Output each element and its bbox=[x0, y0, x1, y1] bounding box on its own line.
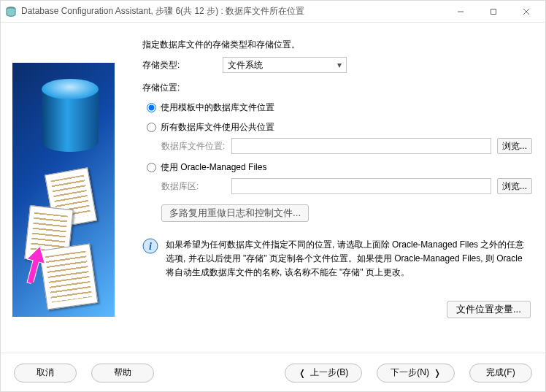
wizard-illustration bbox=[12, 63, 115, 317]
radio-omf[interactable]: 使用 Oracle-Managed Files bbox=[145, 161, 532, 174]
info-text: 如果希望为任何数据库文件指定不同的位置, 请选取上面除 Oracle-Manag… bbox=[166, 238, 532, 280]
db-file-location-input bbox=[231, 138, 491, 154]
radio-common-location-label: 所有数据库文件使用公共位置 bbox=[161, 121, 274, 134]
chevron-down-icon: ▾ bbox=[337, 60, 342, 70]
file-location-variables-button[interactable]: 文件位置变量... bbox=[447, 301, 531, 318]
storage-type-value: 文件系统 bbox=[228, 59, 263, 72]
help-button[interactable]: 帮助 bbox=[91, 364, 154, 383]
multiplex-button: 多路复用重做日志和控制文件... bbox=[161, 204, 309, 222]
svg-text:i: i bbox=[149, 241, 152, 252]
app-icon bbox=[5, 6, 17, 18]
info-icon: i bbox=[142, 238, 158, 254]
minimize-button[interactable] bbox=[444, 1, 477, 22]
next-button-label: 下一步(N) bbox=[391, 366, 429, 379]
finish-button[interactable]: 完成(F) bbox=[469, 364, 532, 383]
maximize-button[interactable] bbox=[477, 1, 510, 22]
db-area-input bbox=[231, 178, 491, 194]
cancel-button[interactable]: 取消 bbox=[14, 364, 77, 383]
wizard-footer: 取消 帮助 ❬上一步(B) 下一步(N)❭ 完成(F) bbox=[1, 353, 545, 392]
radio-use-template-input[interactable] bbox=[147, 103, 156, 112]
close-button[interactable] bbox=[510, 1, 542, 22]
wizard-illustration-panel bbox=[1, 23, 125, 353]
storage-location-radio-group: 使用模板中的数据库文件位置 所有数据库文件使用公共位置 数据库文件位置: 浏览.… bbox=[145, 101, 532, 222]
back-button[interactable]: ❬上一步(B) bbox=[285, 364, 362, 383]
back-button-label: 上一步(B) bbox=[310, 366, 348, 379]
svg-rect-2 bbox=[491, 9, 496, 14]
next-button[interactable]: 下一步(N)❭ bbox=[377, 364, 455, 383]
chevron-right-icon: ❭ bbox=[434, 368, 441, 378]
db-area-label: 数据库区: bbox=[161, 180, 231, 193]
intro-text: 指定数据库文件的存储类型和存储位置。 bbox=[142, 39, 532, 51]
radio-omf-label: 使用 Oracle-Managed Files bbox=[161, 161, 266, 174]
browse-db-file-location-button[interactable]: 浏览... bbox=[497, 138, 532, 154]
radio-common-location-input[interactable] bbox=[147, 123, 156, 132]
storage-location-label: 存储位置: bbox=[142, 82, 532, 94]
radio-use-template-label: 使用模板中的数据库文件位置 bbox=[161, 101, 274, 114]
storage-type-label: 存储类型: bbox=[142, 59, 223, 72]
radio-use-template[interactable]: 使用模板中的数据库文件位置 bbox=[145, 101, 532, 114]
title-bar: Database Configuration Assistant, 步骤 6(共… bbox=[1, 1, 545, 23]
db-file-location-label: 数据库文件位置: bbox=[161, 140, 231, 153]
browse-db-area-button[interactable]: 浏览... bbox=[497, 178, 532, 194]
main-panel: 指定数据库文件的存储类型和存储位置。 存储类型: 文件系统 ▾ 存储位置: 使用… bbox=[125, 23, 545, 353]
radio-omf-input[interactable] bbox=[147, 163, 156, 172]
radio-common-location[interactable]: 所有数据库文件使用公共位置 bbox=[145, 121, 532, 134]
window-title: Database Configuration Assistant, 步骤 6(共… bbox=[21, 5, 444, 18]
storage-type-select[interactable]: 文件系统 ▾ bbox=[223, 57, 347, 73]
chevron-left-icon: ❬ bbox=[299, 368, 306, 378]
